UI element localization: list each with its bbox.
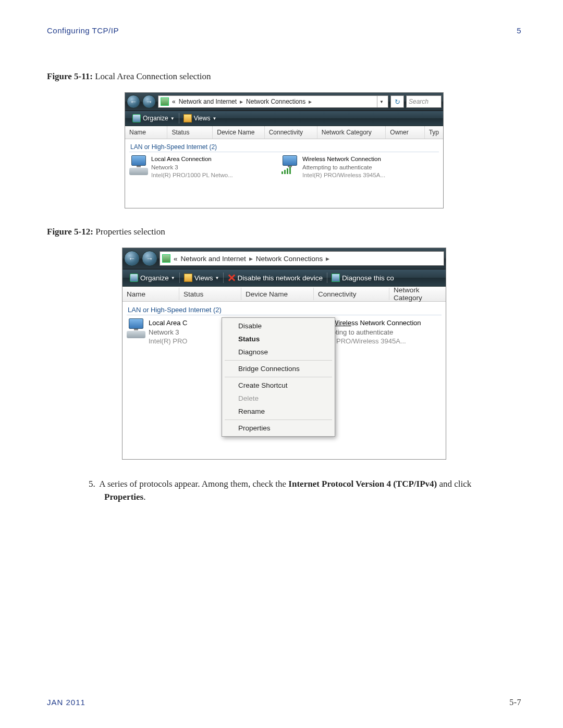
menu-separator xyxy=(225,377,332,377)
address-dropdown-icon[interactable]: ▼ xyxy=(377,96,386,107)
organize-menu[interactable]: Organize ▼ xyxy=(126,270,179,285)
organize-label: Organize xyxy=(143,115,168,122)
menu-bridge-connections[interactable]: Bridge Connections xyxy=(224,362,333,375)
location-icon xyxy=(162,254,170,263)
page-footer: JAN 2011 5-7 xyxy=(47,698,521,707)
column-connectivity[interactable]: Connectivity xyxy=(265,126,317,139)
column-network-category[interactable]: Network Category xyxy=(317,126,386,139)
menu-separator xyxy=(225,419,332,420)
column-headers: Name Status Device Name Connectivity Net… xyxy=(125,126,443,139)
explorer-nav-bar: ← → « Network and Internet ▸ Network Con… xyxy=(123,248,446,269)
views-icon xyxy=(184,274,192,282)
explorer-toolbar: Organize ▼ Views ▼ xyxy=(125,111,443,126)
column-headers: Name Status Device Name Connectivity Net… xyxy=(123,287,446,302)
step-text-1: A series of protocols appear. Among them… xyxy=(99,479,288,489)
column-type[interactable]: Typ xyxy=(425,126,443,139)
connections-list: LAN or High-Speed Internet (2) Local Are… xyxy=(123,302,446,459)
group-header[interactable]: LAN or High-Speed Internet (2) xyxy=(127,304,442,315)
connection-network: Network 3 xyxy=(149,328,187,337)
step-text-2: and click xyxy=(437,479,471,489)
step-bold-1: Internet Protocol Version 4 (TCP/IPv4) xyxy=(288,479,437,489)
breadcrumb-separator-icon: ▸ xyxy=(240,98,243,105)
back-button[interactable]: ← xyxy=(127,95,140,108)
wired-connection-icon xyxy=(129,155,148,176)
column-device-name[interactable]: Device Name xyxy=(213,126,264,139)
diagnose-button[interactable]: Diagnose this co xyxy=(327,270,398,285)
group-header[interactable]: LAN or High-Speed Internet (2) xyxy=(129,141,439,152)
breadcrumb-item[interactable]: Network Connections xyxy=(246,98,305,105)
wireless-connection-item[interactable]: Wireless Network Connection Attempting t… xyxy=(280,155,416,180)
figure-text: Local Area Connection selection xyxy=(95,71,211,81)
wireless-connection-item[interactable]: Wireless Network Connection pting to aut… xyxy=(332,318,442,346)
breadcrumb-item[interactable]: Network and Internet xyxy=(181,255,246,263)
address-bar[interactable]: « Network and Internet ▸ Network Connect… xyxy=(158,95,388,108)
explorer-nav-bar: ← → « Network and Internet ▸ Network Con… xyxy=(125,93,443,111)
refresh-button[interactable]: ↻ xyxy=(390,95,404,108)
breadcrumb-separator-icon: ▸ xyxy=(249,254,253,263)
column-device-name[interactable]: Device Name xyxy=(241,288,314,300)
column-name[interactable]: Name xyxy=(123,288,179,300)
organize-icon xyxy=(130,274,138,282)
breadcrumb-separator-icon: ▸ xyxy=(326,254,329,263)
forward-button[interactable]: → xyxy=(142,251,157,266)
disable-device-button[interactable]: Disable this network device xyxy=(224,270,327,285)
explorer-toolbar: Organize ▼ Views ▼ Disable this network … xyxy=(123,269,446,287)
connection-status: Attempting to authenticate xyxy=(302,164,385,172)
page-header: Configuring TCP/IP 5 xyxy=(47,26,521,35)
local-area-connection-item[interactable]: Local Area C Network 3 Intel(R) PRO xyxy=(127,318,211,346)
menu-delete: Delete xyxy=(224,392,333,405)
breadcrumb-item[interactable]: Network and Internet xyxy=(179,98,237,105)
breadcrumb-item[interactable]: Network Connections xyxy=(256,255,323,263)
figure-text: Properties selection xyxy=(95,227,165,237)
figure-5-12-caption: Figure 5-12: Properties selection xyxy=(47,227,521,237)
column-status[interactable]: Status xyxy=(179,288,241,300)
organize-label: Organize xyxy=(140,274,169,282)
organize-menu[interactable]: Organize ▼ xyxy=(128,111,179,126)
disable-label: Disable this network device xyxy=(237,274,323,282)
column-owner[interactable]: Owner xyxy=(386,126,424,139)
menu-create-shortcut[interactable]: Create Shortcut xyxy=(224,379,333,392)
dropdown-icon: ▼ xyxy=(171,276,175,280)
connections-list: LAN or High-Speed Internet (2) Local Are… xyxy=(125,139,443,208)
step-text-3: . xyxy=(143,492,145,502)
column-connectivity[interactable]: Connectivity xyxy=(314,288,389,300)
connection-device: Intel(R) PRO xyxy=(149,337,187,346)
menu-separator xyxy=(225,360,332,361)
connection-device: Intel(R) PRO/Wireless 3945A... xyxy=(302,171,385,180)
instruction-step-5: 5. A series of protocols appear. Among t… xyxy=(89,478,506,503)
forward-button[interactable]: → xyxy=(142,95,156,108)
step-bold-2: Properties xyxy=(104,492,143,502)
menu-rename[interactable]: Rename xyxy=(224,405,333,418)
menu-disable[interactable]: Disable xyxy=(224,319,333,332)
views-menu[interactable]: Views ▼ xyxy=(180,270,224,285)
local-area-connection-item[interactable]: Local Area Connection Network 3 Intel(R)… xyxy=(129,155,265,180)
views-menu[interactable]: Views ▼ xyxy=(179,111,221,126)
column-name[interactable]: Name xyxy=(125,126,167,139)
connection-name: Local Area C xyxy=(149,318,187,328)
location-icon xyxy=(161,97,169,106)
search-input[interactable]: Search xyxy=(406,95,442,108)
views-icon xyxy=(183,114,192,122)
views-label: Views xyxy=(194,115,211,122)
wired-connection-icon xyxy=(127,318,145,339)
figure-label: Figure 5-11: xyxy=(47,71,93,81)
menu-properties[interactable]: Properties xyxy=(224,422,333,435)
organize-icon xyxy=(132,114,141,122)
column-network-category[interactable]: Network Category xyxy=(389,288,446,300)
connection-network: Network 3 xyxy=(151,164,233,172)
breadcrumb-chevrons: « xyxy=(174,255,178,263)
connection-device: ) PRO/Wireless 3945A... xyxy=(332,337,421,346)
dropdown-icon: ▼ xyxy=(170,116,175,121)
diagnose-icon xyxy=(332,274,340,282)
breadcrumb-separator-icon: ▸ xyxy=(309,98,312,105)
column-status[interactable]: Status xyxy=(167,126,213,139)
connection-device: Intel(R) PRO/1000 PL Netwo... xyxy=(151,171,233,180)
menu-status[interactable]: Status xyxy=(224,332,333,346)
menu-diagnose[interactable]: Diagnose xyxy=(224,346,333,359)
header-title: Configuring TCP/IP xyxy=(47,26,119,35)
disable-icon xyxy=(228,274,235,281)
screenshot-network-connections: ← → « Network and Internet ▸ Network Con… xyxy=(125,92,444,208)
diagnose-label: Diagnose this co xyxy=(342,274,394,282)
back-button[interactable]: ← xyxy=(124,251,140,266)
address-bar[interactable]: « Network and Internet ▸ Network Connect… xyxy=(160,251,444,266)
